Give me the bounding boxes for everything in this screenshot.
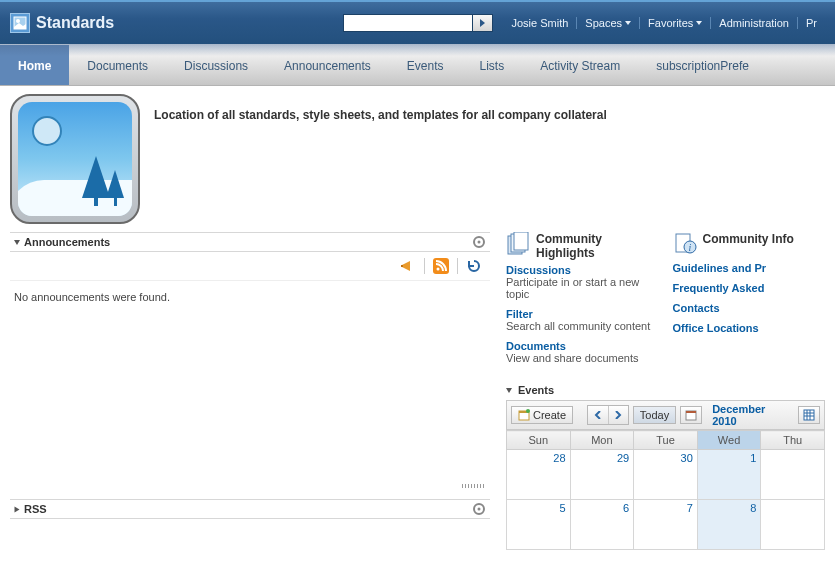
calendar-picker-button[interactable] <box>680 406 702 424</box>
chevron-right-icon <box>614 411 622 419</box>
calendar-cell[interactable]: 6 <box>570 500 634 550</box>
svg-point-6 <box>437 268 440 271</box>
calendar-cell[interactable] <box>761 450 825 500</box>
calendar-icon <box>685 409 697 421</box>
create-event-button[interactable]: Create <box>511 406 573 424</box>
app-icon <box>10 13 30 33</box>
highlights-link-discussions[interactable]: Discussions <box>506 264 659 276</box>
panel-resize-handle[interactable] <box>10 483 490 489</box>
announcements-toolbar <box>10 252 490 281</box>
calendar-grid: Sun Mon Tue Wed Thu 28 29 30 1 <box>506 430 825 550</box>
calendar-cell[interactable]: 1 <box>697 450 761 500</box>
svg-point-3 <box>478 241 481 244</box>
calendar-cell[interactable] <box>761 500 825 550</box>
preferences-link[interactable]: Pr <box>798 17 825 29</box>
calendar-cell[interactable]: 7 <box>634 500 698 550</box>
arrow-right-icon <box>478 18 488 28</box>
highlights-sub: Participate in or start a new topic <box>506 276 659 300</box>
dow-wed: Wed <box>697 431 761 450</box>
refresh-tool[interactable] <box>466 258 482 274</box>
calendar-cell[interactable]: 5 <box>507 500 571 550</box>
calendar-prev[interactable] <box>588 406 608 424</box>
documents-stack-icon <box>506 232 530 258</box>
calendar-next[interactable] <box>608 406 628 424</box>
announcements-empty-message: No announcements were found. <box>10 281 490 313</box>
calendar-toolbar: Create Today December 2010 <box>506 400 825 430</box>
space-image <box>10 94 140 224</box>
announce-tool[interactable] <box>400 258 416 274</box>
dow-thu: Thu <box>761 431 825 450</box>
megaphone-icon <box>400 258 416 274</box>
info-link-office-locations[interactable]: Office Locations <box>673 322 826 334</box>
collapse-toggle[interactable] <box>506 388 512 393</box>
svg-point-8 <box>478 508 481 511</box>
dow-sun: Sun <box>507 431 571 450</box>
new-event-icon <box>518 409 530 421</box>
calendar-cell[interactable]: 8 <box>697 500 761 550</box>
rss-panel-header: RSS <box>10 499 490 519</box>
panel-settings[interactable] <box>472 502 486 516</box>
calendar-cell[interactable]: 29 <box>570 450 634 500</box>
highlights-link-documents[interactable]: Documents <box>506 340 659 352</box>
gear-icon <box>472 235 486 249</box>
calendar-today-button[interactable]: Today <box>633 406 676 424</box>
info-link-guidelines[interactable]: Guidelines and Pr <box>673 262 826 274</box>
tab-bar: Home Documents Discussions Announcements… <box>0 44 835 86</box>
chevron-down-icon <box>696 21 702 25</box>
panel-settings[interactable] <box>472 235 486 249</box>
info-link-contacts[interactable]: Contacts <box>673 302 826 314</box>
rss-icon <box>433 258 449 274</box>
community-info-title: Community Info <box>703 232 794 246</box>
svg-text:i: i <box>688 242 691 253</box>
svg-rect-4 <box>401 265 403 267</box>
svg-point-1 <box>16 19 20 23</box>
rss-tool[interactable] <box>433 258 449 274</box>
collapse-toggle[interactable] <box>14 240 20 245</box>
info-icon: i <box>673 232 697 258</box>
grid-icon <box>803 409 815 421</box>
search-input[interactable] <box>343 14 473 32</box>
dow-tue: Tue <box>634 431 698 450</box>
dow-mon: Mon <box>570 431 634 450</box>
user-link[interactable]: Josie Smith <box>503 17 577 29</box>
community-highlights-title: Community Highlights <box>536 232 659 260</box>
search-button[interactable] <box>473 14 493 32</box>
panel-title: RSS <box>24 503 47 515</box>
info-link-faq[interactable]: Frequently Asked <box>673 282 826 294</box>
calendar-cell[interactable]: 28 <box>507 450 571 500</box>
chevron-down-icon <box>625 21 631 25</box>
svg-rect-20 <box>804 410 814 420</box>
gear-icon <box>472 502 486 516</box>
refresh-icon <box>466 258 482 274</box>
events-title: Events <box>518 384 554 396</box>
favorites-menu[interactable]: Favorites <box>640 17 711 29</box>
collapse-toggle[interactable] <box>15 506 20 512</box>
highlights-sub: View and share documents <box>506 352 659 364</box>
panel-title: Announcements <box>24 236 110 248</box>
svg-point-17 <box>526 409 530 413</box>
calendar-view-button[interactable] <box>798 406 820 424</box>
calendar-month-label[interactable]: December 2010 <box>712 403 790 427</box>
svg-rect-19 <box>686 411 696 413</box>
chevron-left-icon <box>594 411 602 419</box>
highlights-link-filter[interactable]: Filter <box>506 308 659 320</box>
svg-rect-11 <box>514 232 528 250</box>
calendar-cell[interactable]: 30 <box>634 450 698 500</box>
app-title: Standards <box>36 14 114 32</box>
announcements-panel-header: Announcements <box>10 232 490 252</box>
highlights-sub: Search all community content <box>506 320 659 332</box>
administration-link[interactable]: Administration <box>711 17 798 29</box>
spaces-menu[interactable]: Spaces <box>577 17 640 29</box>
space-description: Location of all standards, style sheets,… <box>154 94 607 224</box>
